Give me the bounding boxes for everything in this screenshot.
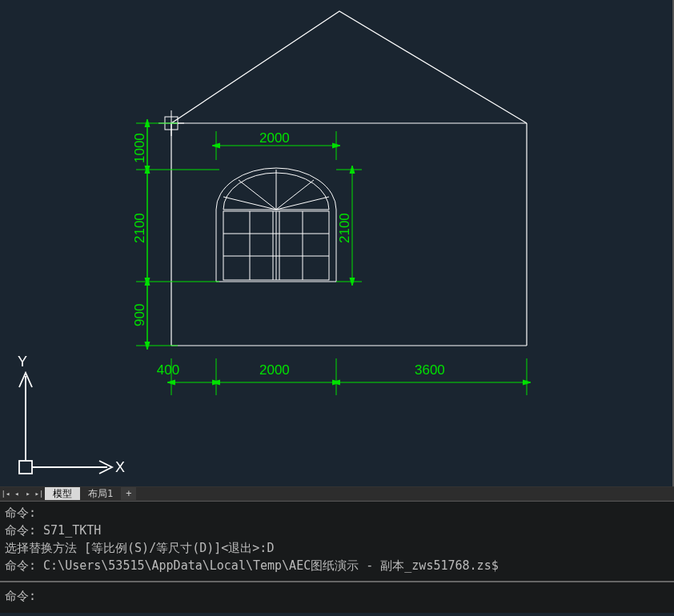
tab-add-button[interactable]: + [121, 487, 136, 500]
command-input-row: 命令: [0, 581, 674, 613]
axis-y-label: Y [18, 354, 27, 370]
dim-2100-right: 2100 [337, 213, 352, 243]
tab-model[interactable]: 模型 [45, 487, 80, 500]
tab-nav-first-icon[interactable]: |◂ [0, 487, 11, 500]
cmd-line-4: 命令: C:\Users\53515\AppData\Local\Temp\AE… [5, 557, 669, 574]
axis-x-label: X [115, 459, 125, 475]
command-prompt: 命令: [5, 587, 36, 605]
layout-tabs: |◂ ◂ ▸ ▸| 模型 布局1 + [0, 486, 674, 501]
drawing-canvas[interactable]: X Y [0, 0, 674, 486]
house-outline [171, 11, 527, 346]
dim-3600: 3600 [415, 362, 445, 378]
tab-layout1[interactable]: 布局1 [80, 487, 121, 500]
cmd-line-2: 命令: S71_TKTH [5, 522, 669, 539]
dim-2000-top: 2000 [259, 130, 290, 146]
ucs-icon [19, 373, 112, 474]
command-history: 命令: 命令: S71_TKTH 选择替换方法 [等比例(S)/等尺寸(D)]<… [0, 501, 674, 581]
dim-1000: 1000 [132, 133, 147, 163]
dim-400: 400 [157, 362, 179, 378]
cmd-line-3: 选择替换方法 [等比例(S)/等尺寸(D)]<退出>:D [5, 539, 669, 557]
tab-nav-prev-icon[interactable]: ◂ [11, 487, 22, 500]
cmd-line-1: 命令: [5, 504, 669, 522]
tab-nav-next-icon[interactable]: ▸ [22, 487, 34, 500]
svg-rect-7 [19, 461, 32, 474]
dim-2100-left: 2100 [132, 213, 147, 243]
dim-900: 900 [132, 304, 147, 326]
dim-2000-bot: 2000 [259, 362, 290, 378]
drawing-svg: X Y [0, 0, 674, 486]
window [216, 168, 336, 282]
tab-nav-last-icon[interactable]: ▸| [34, 487, 45, 500]
dimensions [136, 123, 527, 395]
command-input[interactable] [36, 587, 669, 602]
